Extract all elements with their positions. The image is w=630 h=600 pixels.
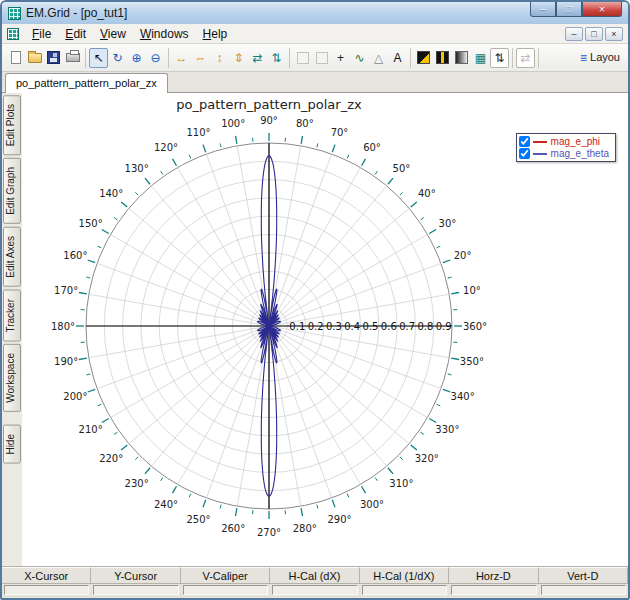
legend-checkbox-mag-e-phi[interactable] (519, 136, 530, 147)
legend-line-sample (533, 141, 547, 143)
radial-label: 0.8 (417, 321, 433, 332)
angle-tick (448, 277, 452, 278)
sidebar-tab-workspace[interactable]: Workspace (3, 344, 21, 412)
angle-tick (189, 155, 191, 159)
mdi-restore-button[interactable]: □ (585, 27, 603, 41)
mdi-close-button[interactable]: × (605, 27, 623, 41)
sidebar-tab-edit-axes[interactable]: Edit Axes (3, 227, 21, 287)
expand-vertical-button[interactable]: ↕ (210, 48, 229, 68)
print-button[interactable] (63, 48, 82, 68)
grid-toggle-button[interactable]: ▦ (471, 48, 490, 68)
palette-dark-2-button[interactable] (433, 48, 452, 68)
sidebar-tab-tracker[interactable]: Tracker (3, 290, 21, 342)
new-file-button[interactable] (6, 48, 25, 68)
angle-label: 80° (296, 118, 314, 129)
palette-dark-2-icon (436, 51, 449, 64)
angle-label: 50° (393, 163, 411, 174)
angle-tick (235, 508, 236, 516)
angle-label: 120° (154, 142, 178, 153)
menu-view[interactable]: View (93, 25, 133, 43)
autoscale-y-button[interactable]: ⇅ (267, 48, 286, 68)
menu-file[interactable]: File (25, 25, 58, 43)
statusbar: X-CursorY-CursorV-CaliperH-Cal (dX)H-Cal… (2, 566, 628, 598)
angle-tick (189, 494, 191, 498)
status-value-1 (4, 585, 89, 595)
angle-tick (88, 389, 96, 392)
angle-label: 250° (186, 514, 210, 525)
angle-label: 330° (435, 424, 459, 435)
angle-tick (437, 246, 441, 248)
angle-tick (86, 277, 90, 278)
angle-label: 220° (99, 453, 123, 464)
radial-label: 0.1 (289, 321, 305, 332)
angle-label: 110° (186, 127, 210, 138)
angle-label: 260° (221, 523, 245, 534)
minimize-button[interactable]: – (530, 2, 556, 17)
angle-label: 210° (79, 424, 103, 435)
angle-label: 340° (451, 391, 475, 402)
angle-tick (173, 159, 177, 166)
zoom-in-button[interactable]: ⊕ (127, 48, 146, 68)
menu-items: FileEditViewWindowsHelp (25, 24, 234, 43)
expand-horizontal-button[interactable]: ↔ (172, 48, 191, 68)
toolbar-separator (85, 48, 86, 68)
autoscale-x-button[interactable]: ⇄ (248, 48, 267, 68)
angle-label: 10° (463, 285, 481, 296)
menu-windows[interactable]: Windows (133, 25, 196, 43)
pan-tool-button[interactable]: ⇄ (516, 48, 535, 68)
angle-tick (448, 374, 452, 375)
add-marker-button[interactable]: + (331, 48, 350, 68)
angle-tick (347, 494, 349, 498)
option-box-2-button[interactable] (312, 48, 331, 68)
radial-label: 0.2 (308, 321, 324, 332)
grid-spoke (269, 186, 387, 326)
fit-vertical-button[interactable]: ⇕ (229, 48, 248, 68)
angle-label: 130° (125, 163, 149, 174)
text-tool-button[interactable]: A (388, 48, 407, 68)
angle-tick (121, 445, 127, 450)
palette-gradient-icon (455, 51, 468, 64)
angle-tick (102, 230, 109, 234)
triangle-marker-button[interactable]: △ (369, 48, 388, 68)
angle-label: 300° (360, 499, 384, 510)
open-icon (28, 53, 42, 63)
angle-tick (443, 389, 451, 392)
pointer-tool-button[interactable]: ↖ (89, 48, 108, 68)
radial-label: 0.5 (363, 321, 379, 332)
layout-button[interactable]: ≡Layou (576, 48, 624, 68)
angle-tick (121, 202, 127, 207)
angle-tick (362, 486, 366, 493)
fit-horizontal-button[interactable]: ⇔ (191, 48, 210, 68)
sidebar-tab-edit-plots[interactable]: Edit Plots (3, 95, 21, 155)
toolbar-separator (410, 48, 411, 68)
sidebar-tab-edit-graph[interactable]: Edit Graph (3, 158, 21, 224)
mdi-minimize-button[interactable]: – (565, 27, 583, 41)
zoom-out-button[interactable]: ⊖ (146, 48, 165, 68)
angle-tick (114, 218, 117, 220)
radial-label: 0.3 (326, 321, 342, 332)
tab-po-pattern-pattern-polar-zx[interactable]: po_pattern_pattern_polar_zx (5, 73, 168, 93)
angle-label: 290° (327, 514, 351, 525)
spline-tool-button[interactable]: ∿ (350, 48, 369, 68)
sidebar-tab-hide[interactable]: Hide (3, 425, 21, 464)
radial-label: 0.6 (381, 321, 397, 332)
legend-checkbox-mag-e-theta[interactable] (519, 148, 530, 159)
save-button[interactable] (44, 48, 63, 68)
status-value-4 (272, 585, 357, 595)
sidebar: Edit PlotsEdit GraphEdit AxesTrackerWork… (2, 93, 22, 566)
axis-stepper-button[interactable]: ⇅ (490, 48, 509, 68)
angle-label: 170° (54, 285, 78, 296)
legend: mag_e_phimag_e_theta (516, 133, 616, 162)
maximize-button[interactable]: □ (556, 2, 582, 17)
option-box-1-button[interactable] (293, 48, 312, 68)
palette-dark-1-button[interactable] (414, 48, 433, 68)
radial-label: 0.7 (399, 321, 415, 332)
angle-tick (220, 143, 221, 147)
legend-label: mag_e_theta (551, 148, 609, 159)
close-button[interactable]: × (582, 2, 622, 17)
refresh-button[interactable]: ↻ (108, 48, 127, 68)
menu-edit[interactable]: Edit (58, 25, 93, 43)
open-button[interactable] (25, 48, 44, 68)
menu-help[interactable]: Help (196, 25, 235, 43)
palette-gradient-button[interactable] (452, 48, 471, 68)
